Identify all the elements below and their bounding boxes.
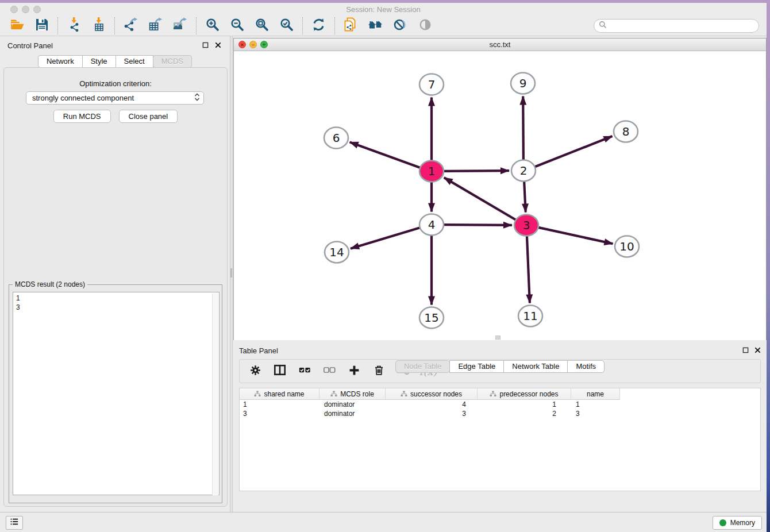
graph-edge-3-11	[527, 236, 530, 303]
tab-motifs[interactable]: Motifs	[567, 360, 605, 373]
network-home-icon	[368, 18, 384, 34]
export-image-button[interactable]	[168, 17, 192, 35]
close-panel-icon[interactable]	[214, 41, 222, 49]
zoom-in-icon	[206, 18, 220, 34]
refresh-view-icon	[311, 18, 326, 34]
graph-node-2: 2	[511, 160, 536, 182]
svg-text:1: 1	[428, 164, 436, 178]
result-line: 3	[16, 303, 216, 312]
clone-network-button[interactable]	[338, 17, 363, 35]
zoom-out-button[interactable]	[225, 17, 249, 35]
zoom-window-icon[interactable]	[33, 6, 41, 13]
result-line: 1	[16, 294, 216, 303]
graph-edge-2-3	[524, 181, 526, 213]
task-history-button[interactable]	[6, 516, 23, 530]
zoom-selected-button[interactable]	[274, 17, 299, 35]
import-network-button[interactable]	[61, 17, 86, 35]
result-scrollbar[interactable]	[212, 293, 218, 495]
minimize-window-icon[interactable]	[22, 6, 29, 13]
import-table-button[interactable]	[86, 17, 111, 35]
graph-node-11: 11	[518, 306, 542, 327]
network-canvas[interactable]: 7968124314101511	[234, 51, 766, 340]
toolbar-separator	[57, 17, 58, 34]
graph-edge-1-2	[443, 171, 509, 171]
control-panel-header: Control Panel	[0, 36, 230, 53]
svg-text:8: 8	[622, 125, 630, 138]
float-panel-icon[interactable]	[201, 41, 209, 49]
close-table-panel-icon[interactable]	[753, 346, 761, 354]
export-network-button[interactable]	[118, 17, 143, 35]
open-session-button[interactable]	[5, 17, 29, 35]
mcds-result-text[interactable]: 13	[13, 292, 220, 495]
control-panel-title: Control Panel	[7, 41, 53, 50]
open-session-icon	[10, 18, 25, 34]
tab-network-table[interactable]: Network Table	[503, 360, 568, 373]
graph-edge-1-6	[350, 142, 421, 168]
svg-text:3: 3	[523, 218, 530, 232]
save-session-button[interactable]	[29, 17, 54, 35]
status-bar: Memory	[0, 512, 767, 532]
close-window-icon[interactable]	[10, 6, 18, 13]
refresh-view-button[interactable]	[306, 17, 331, 35]
svg-text:4: 4	[428, 218, 436, 232]
zoom-fit-button[interactable]	[249, 17, 274, 35]
table-panel: Table Panel f(x) shared nameMCDS rolesuc…	[233, 341, 767, 512]
import-network-icon	[67, 17, 82, 34]
export-table-icon	[148, 17, 163, 34]
save-session-icon	[35, 18, 49, 34]
maximize-view-icon[interactable]: +	[260, 41, 268, 48]
graph-edge-4-3	[443, 225, 512, 225]
tab-edge-table[interactable]: Edge Table	[449, 360, 504, 373]
tab-node-table[interactable]: Node Table	[395, 360, 451, 373]
network-window-titlebar[interactable]: × − + scc.txt	[234, 38, 766, 51]
export-table-button[interactable]	[143, 17, 168, 35]
graph-node-7: 7	[419, 74, 444, 95]
graph-node-1: 1	[419, 161, 444, 182]
main-toolbar	[0, 16, 767, 36]
canvas-scrollbar-thumb[interactable]	[495, 336, 500, 340]
minimize-view-icon[interactable]: −	[249, 41, 257, 48]
mcds-result-group: MCDS result (2 nodes) 13	[9, 284, 222, 503]
run-mcds-button[interactable]: Run MCDS	[53, 110, 111, 123]
svg-text:7: 7	[428, 78, 436, 91]
close-view-icon[interactable]: ×	[238, 41, 246, 48]
selected-criterion: strongly connected component	[32, 94, 194, 102]
zoom-out-icon	[230, 18, 244, 34]
network-home-button[interactable]	[363, 17, 388, 35]
tab-style[interactable]: Style	[82, 55, 116, 68]
table-panel-header: Table Panel	[233, 341, 767, 358]
tab-mcds[interactable]: MCDS	[153, 55, 192, 68]
toolbar-separator	[302, 17, 303, 34]
graph-node-14: 14	[325, 242, 349, 263]
style-toggle-button[interactable]	[388, 17, 413, 35]
split-handle[interactable]	[230, 268, 232, 277]
toolbar-separator	[334, 17, 335, 34]
export-image-icon	[173, 17, 188, 34]
graph-edge-2-8	[534, 136, 613, 167]
optimization-criterion-select[interactable]: strongly connected component	[26, 91, 204, 105]
toolbar-separator	[114, 17, 115, 34]
close-panel-button[interactable]: Close panel	[119, 110, 178, 123]
graph-node-4: 4	[419, 214, 444, 236]
memory-button[interactable]: Memory	[713, 516, 762, 530]
float-table-panel-icon[interactable]	[741, 346, 749, 354]
tab-network[interactable]: Network	[38, 55, 83, 68]
list-icon	[9, 516, 20, 529]
svg-text:15: 15	[424, 311, 438, 325]
graph-edge-2-9	[523, 97, 523, 161]
tab-select[interactable]: Select	[116, 55, 153, 68]
show-hide-button[interactable]	[413, 17, 437, 35]
svg-text:9: 9	[519, 76, 527, 90]
network-view-window: × − + scc.txt 7968124314101511	[233, 38, 767, 340]
zoom-in-button[interactable]	[200, 17, 225, 35]
svg-text:10: 10	[619, 240, 634, 253]
memory-button-label: Memory	[730, 519, 755, 527]
cytoscape-window: Session: New Session Control Panel Netwo…	[0, 0, 770, 532]
memory-status-icon	[719, 519, 726, 526]
desktop-edge-right	[767, 0, 770, 532]
zoom-fit-icon	[255, 18, 269, 34]
mcds-result-title: MCDS result (2 nodes)	[13, 280, 87, 288]
search-input[interactable]	[594, 19, 759, 33]
table-panel-title: Table Panel	[239, 346, 278, 355]
split-divider[interactable]	[230, 36, 233, 512]
